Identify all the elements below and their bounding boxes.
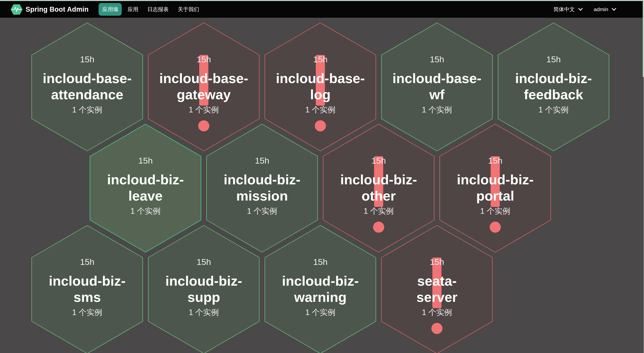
app-name: incloud-biz-mission: [206, 171, 318, 204]
app-name-line: supp: [148, 289, 260, 305]
app-name-line: server: [381, 289, 493, 305]
app-name-line: other: [323, 188, 434, 204]
uptime-label: 15h: [439, 156, 551, 166]
brand-title: Spring Boot Admin: [26, 6, 88, 13]
instances-label: 1 个实例: [148, 307, 260, 318]
app-hexagon-incloud-biz-warning[interactable]: 15hincloud-biz-warning1 个实例: [265, 225, 376, 353]
brand-link[interactable]: Spring Boot Admin: [11, 4, 88, 15]
instances-label: 1 个实例: [31, 105, 143, 115]
chevron-down-icon: [578, 6, 583, 11]
uptime-label: 15h: [148, 257, 260, 267]
nav-item-log-report[interactable]: 日志报表: [144, 3, 172, 16]
app-name: incloud-biz-supp: [148, 273, 260, 305]
app-name: incloud-base-wf: [381, 70, 493, 103]
instances-label: 1 个实例: [265, 307, 376, 318]
navbar: Spring Boot Admin 应用墙 应用 日志报表 关于我们 简体中文 …: [0, 1, 644, 18]
app-name-line: incloud-biz-: [90, 171, 201, 188]
user-menu[interactable]: admin: [594, 6, 616, 12]
app-name: incloud-biz-feedback: [498, 70, 609, 103]
app-name: incloud-biz-leave: [90, 171, 201, 204]
app-name-line: incloud-biz-: [265, 273, 376, 289]
instances-label: 1 个实例: [148, 105, 260, 115]
chevron-down-icon: [612, 6, 616, 11]
app-name-line: leave: [90, 188, 201, 204]
application-wallboard: 15hincloud-base-attendance1 个实例15hinclou…: [0, 19, 644, 353]
app-name-line: portal: [439, 188, 551, 204]
app-name-line: incloud-base-: [148, 70, 260, 86]
app-hexagon-incloud-biz-sms[interactable]: 15hincloud-biz-sms1 个实例: [31, 225, 143, 353]
app-name: incloud-biz-warning: [265, 273, 376, 305]
uptime-label: 15h: [148, 54, 260, 64]
app-name-line: incloud-base-: [381, 70, 493, 86]
spring-boot-admin-logo-icon: [11, 4, 23, 15]
app-name: incloud-biz-other: [323, 171, 434, 204]
app-name-line: incloud-biz-: [148, 273, 260, 289]
app-name: incloud-base-log: [265, 70, 376, 103]
hexagon-content: 15hincloud-biz-supp1 个实例: [148, 225, 260, 353]
app-name-line: incloud-biz-: [206, 171, 318, 188]
uptime-label: 15h: [323, 156, 434, 166]
app-name-line: seata-: [381, 273, 493, 289]
instances-label: 1 个实例: [206, 206, 318, 217]
app-name-line: wf: [381, 86, 493, 103]
hexagon-content: 15hincloud-biz-sms1 个实例: [31, 225, 143, 353]
instances-label: 1 个实例: [90, 206, 201, 217]
uptime-label: 15h: [381, 257, 493, 267]
main-nav: 应用墙 应用 日志报表 关于我们: [96, 3, 202, 16]
nav-item-wallboard[interactable]: 应用墙: [99, 3, 122, 16]
language-label: 简体中文: [554, 6, 575, 13]
uptime-label: 15h: [498, 54, 609, 64]
app-name-line: incloud-biz-: [323, 171, 434, 188]
hexagon-content: 15hseata-server1 个实例: [381, 225, 493, 353]
app-name: seata-server: [381, 273, 493, 305]
app-name: incloud-base-gateway: [148, 70, 260, 103]
instances-label: 1 个实例: [498, 105, 609, 115]
uptime-label: 15h: [31, 54, 143, 64]
uptime-label: 15h: [381, 54, 493, 64]
app-name-line: warning: [265, 289, 376, 305]
wallboard-page: Spring Boot Admin 应用墙 应用 日志报表 关于我们 简体中文 …: [0, 0, 644, 353]
instances-label: 1 个实例: [31, 307, 143, 318]
app-name-line: attendance: [31, 86, 143, 103]
app-name-line: incloud-biz-: [498, 70, 609, 86]
user-label: admin: [594, 6, 608, 12]
app-name: incloud-biz-portal: [439, 171, 551, 204]
instances-label: 1 个实例: [381, 307, 493, 318]
language-selector[interactable]: 简体中文: [554, 6, 582, 13]
app-name-line: gateway: [148, 86, 260, 103]
app-name-line: incloud-biz-: [439, 171, 551, 188]
app-name: incloud-base-attendance: [31, 70, 143, 103]
app-hexagon-seata-server[interactable]: 15hseata-server1 个实例: [381, 225, 493, 353]
nav-item-applications[interactable]: 应用: [124, 3, 141, 16]
app-name-line: incloud-base-: [31, 70, 143, 86]
app-name-line: sms: [31, 289, 143, 305]
hexagon-content: 15hincloud-biz-warning1 个实例: [265, 225, 376, 353]
navbar-right: 简体中文 admin: [554, 6, 616, 13]
instances-label: 1 个实例: [439, 206, 551, 217]
app-name-line: incloud-base-: [265, 70, 376, 86]
nav-item-about-us[interactable]: 关于我们: [174, 3, 202, 16]
app-name: incloud-biz-sms: [31, 273, 143, 305]
app-name-line: mission: [206, 188, 318, 204]
scrollbar-thumb[interactable]: [643, 1, 644, 77]
uptime-label: 15h: [265, 54, 376, 64]
instances-label: 1 个实例: [265, 105, 376, 115]
uptime-label: 15h: [265, 257, 376, 267]
instances-label: 1 个实例: [323, 206, 434, 217]
app-name-line: incloud-biz-: [31, 273, 143, 289]
uptime-label: 15h: [31, 257, 143, 267]
uptime-label: 15h: [206, 156, 318, 166]
instances-label: 1 个实例: [381, 105, 493, 115]
app-name-line: feedback: [498, 86, 609, 103]
uptime-label: 15h: [90, 156, 201, 166]
app-name-line: log: [265, 86, 376, 103]
app-hexagon-incloud-biz-supp[interactable]: 15hincloud-biz-supp1 个实例: [148, 225, 260, 353]
